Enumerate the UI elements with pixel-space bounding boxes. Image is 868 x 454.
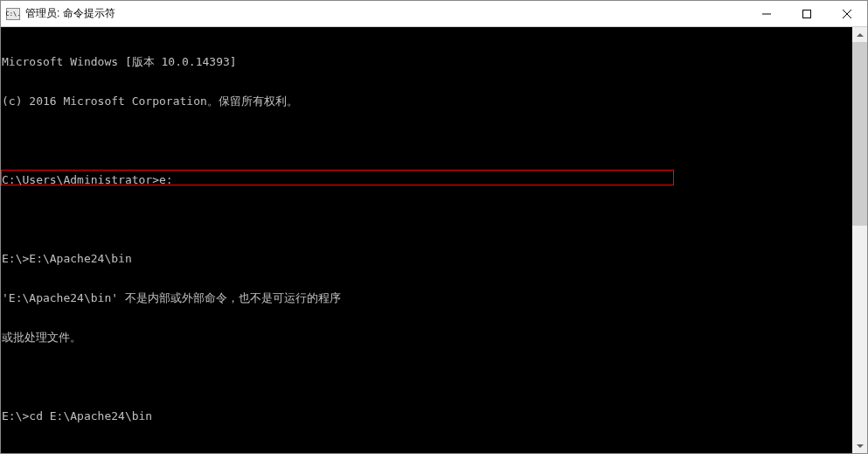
- svg-marker-4: [857, 33, 864, 37]
- output-line: 或批处理文件。: [2, 331, 866, 344]
- terminal-area[interactable]: Microsoft Windows [版本 10.0.14393] (c) 20…: [1, 27, 867, 453]
- titlebar[interactable]: C:\. 管理员: 命令提示符: [1, 1, 867, 27]
- vertical-scrollbar[interactable]: [852, 27, 867, 453]
- output-line: E:\>cd E:\Apache24\bin: [2, 409, 866, 423]
- window-controls: [746, 1, 867, 26]
- output-line: Microsoft Windows [版本 10.0.14393]: [2, 55, 866, 68]
- output-line: E:\>E:\Apache24\bin: [2, 252, 866, 265]
- minimize-button[interactable]: [746, 1, 787, 26]
- output-line: [2, 449, 866, 453]
- scrollbar-thumb[interactable]: [852, 42, 867, 226]
- window-title: 管理员: 命令提示符: [25, 6, 746, 21]
- scroll-up-button[interactable]: [852, 27, 867, 42]
- terminal-output: Microsoft Windows [版本 10.0.14393] (c) 20…: [1, 27, 867, 453]
- command-prompt-window: C:\. 管理员: 命令提示符 Microsoft Windows [版本 10…: [0, 0, 868, 454]
- output-line: [2, 370, 866, 383]
- svg-marker-5: [857, 444, 864, 448]
- output-line: [2, 134, 866, 147]
- output-line: C:\Users\Administrator>e:: [2, 173, 866, 186]
- output-line: 'E:\Apache24\bin' 不是内部或外部命令，也不是可运行的程序: [2, 291, 866, 304]
- scroll-down-button[interactable]: [852, 438, 867, 453]
- maximize-button[interactable]: [787, 1, 827, 26]
- close-button[interactable]: [827, 1, 867, 26]
- output-line: [2, 213, 866, 226]
- app-icon: C:\.: [6, 8, 20, 20]
- output-line: (c) 2016 Microsoft Corporation。保留所有权利。: [2, 94, 866, 108]
- svg-rect-1: [803, 10, 811, 17]
